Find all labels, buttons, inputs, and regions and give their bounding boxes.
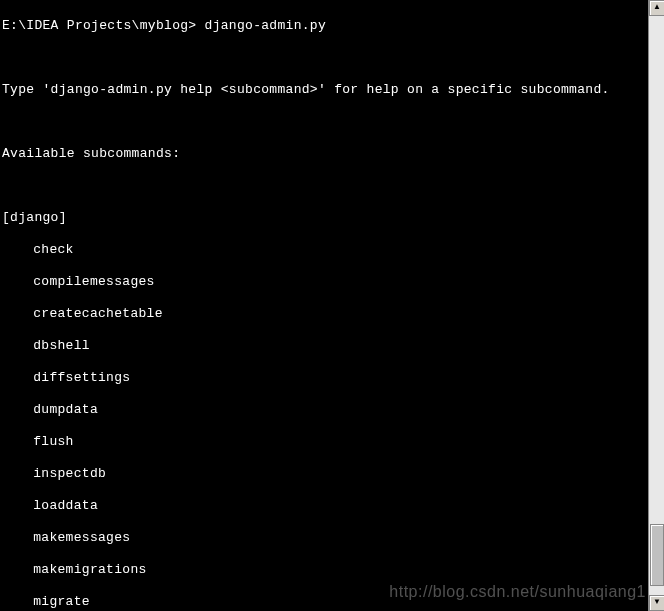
subcommand-item: makemigrations: [2, 562, 646, 578]
help-text: Type 'django-admin.py help <subcommand>'…: [2, 82, 646, 98]
prompt-path: E:\IDEA Projects\myblog>: [2, 18, 196, 33]
scroll-down-button[interactable]: ▼: [649, 595, 664, 611]
scroll-up-button[interactable]: ▲: [649, 0, 664, 16]
subcommand-item: check: [2, 242, 646, 258]
subcommand-item: migrate: [2, 594, 646, 610]
subcommand-item: compilemessages: [2, 274, 646, 290]
group-label: [django]: [2, 210, 646, 226]
available-header: Available subcommands:: [2, 146, 646, 162]
subcommand-item: createcachetable: [2, 306, 646, 322]
scrollbar-track[interactable]: [649, 16, 664, 595]
subcommand-item: diffsettings: [2, 370, 646, 386]
scrollbar-thumb[interactable]: [650, 524, 664, 586]
terminal-window[interactable]: E:\IDEA Projects\myblog> django-admin.py…: [0, 0, 648, 611]
blank-line: [2, 50, 646, 66]
vertical-scrollbar[interactable]: ▲ ▼: [648, 0, 664, 611]
command-line: E:\IDEA Projects\myblog> django-admin.py: [2, 18, 646, 34]
blank-line: [2, 114, 646, 130]
subcommand-item: dbshell: [2, 338, 646, 354]
subcommand-item: inspectdb: [2, 466, 646, 482]
blank-line: [2, 178, 646, 194]
subcommand-item: makemessages: [2, 530, 646, 546]
entered-command: django-admin.py: [205, 18, 327, 33]
subcommand-item: dumpdata: [2, 402, 646, 418]
subcommand-item: loaddata: [2, 498, 646, 514]
subcommand-item: flush: [2, 434, 646, 450]
